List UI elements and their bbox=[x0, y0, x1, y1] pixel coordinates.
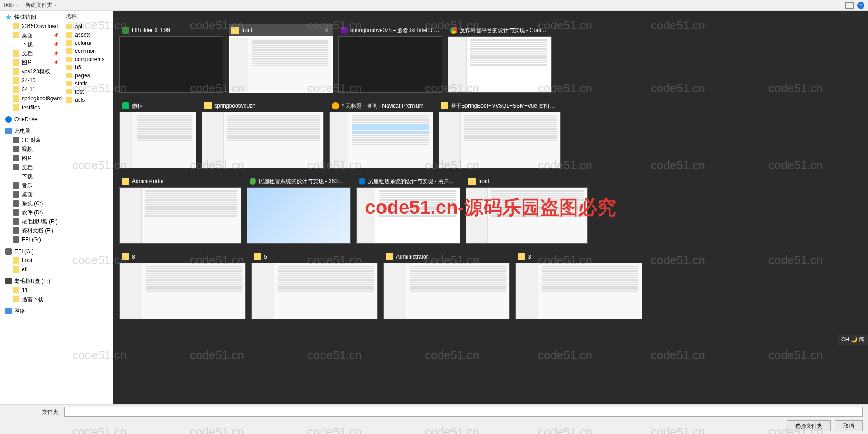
view-mode-icon[interactable] bbox=[845, 2, 854, 9]
usb-label: 老毛桃U盘 (E:) bbox=[14, 278, 50, 285]
window-thumbnail[interactable]: HBuilder X 3.99 bbox=[119, 24, 223, 93]
thumbnail-title-bar: Administrator bbox=[119, 175, 241, 187]
onedrive[interactable]: OneDrive bbox=[0, 115, 63, 124]
pc-item[interactable]: 资料文档 (F:) bbox=[0, 226, 63, 235]
window-thumbnail[interactable]: springbootwe0zh – 必看.txt IntelliJ ID… bbox=[338, 24, 442, 93]
pc-item[interactable]: 3D 对象 bbox=[0, 136, 63, 145]
drive-subitem[interactable]: boot bbox=[0, 256, 63, 265]
app-icon bbox=[204, 102, 212, 109]
close-icon[interactable]: × bbox=[323, 27, 330, 33]
window-thumbnail[interactable]: 微信 bbox=[119, 100, 196, 168]
nav-item-label: 视频 bbox=[22, 146, 33, 153]
pc-item[interactable]: 图片 bbox=[0, 154, 63, 163]
pc-item[interactable]: 文档 bbox=[0, 163, 63, 172]
nav-item-label: 桌面 bbox=[22, 191, 33, 198]
file-dialog-toolbar: 组织 新建文件夹 ? bbox=[0, 0, 868, 11]
folder-list-item[interactable]: static bbox=[63, 80, 113, 88]
thumbnail-title: 8 bbox=[132, 254, 135, 260]
app-icon bbox=[250, 178, 256, 185]
folder-list-item[interactable]: pages bbox=[63, 71, 113, 80]
cancel-button[interactable]: 取消 bbox=[835, 420, 863, 431]
quick-access-item[interactable]: springboot8gwml bbox=[0, 94, 63, 103]
ime-indicator[interactable]: CH 🌙 简 bbox=[838, 335, 868, 345]
quick-access-item[interactable]: 桌面📌 bbox=[0, 31, 63, 40]
nav-item-label: 下载 bbox=[22, 173, 33, 180]
task-view-overlay: HBuilder X 3.99front×springbootwe0zh – 必… bbox=[113, 11, 868, 404]
quick-access-item[interactable]: 图片📌 bbox=[0, 58, 63, 67]
window-thumbnail[interactable]: front× bbox=[229, 24, 333, 93]
pc-item[interactable]: 系统 (C:) bbox=[0, 199, 63, 208]
quick-access[interactable]: 快速访问 bbox=[0, 13, 63, 22]
thumbnail-title-bar: springbootwe0zh bbox=[202, 100, 324, 112]
folder-list-item[interactable]: common bbox=[63, 47, 113, 55]
drive-subitem[interactable]: efi bbox=[0, 265, 63, 274]
window-thumbnail[interactable]: 5 bbox=[251, 251, 378, 319]
thumbnail-title-bar: 8 bbox=[119, 251, 246, 263]
pc-item[interactable]: 音乐 bbox=[0, 181, 63, 190]
help-icon[interactable]: ? bbox=[857, 2, 864, 9]
window-thumbnail[interactable]: front bbox=[466, 175, 588, 244]
thumbnail-title-bar: front× bbox=[229, 24, 333, 36]
window-thumbnail[interactable]: 房屋租赁系统的设计与实现 - 360安全浏… bbox=[247, 175, 351, 244]
column-header-name[interactable]: 名称 bbox=[63, 11, 113, 23]
thumbnail-title: 反诈科普平台的设计与实现 - Google C… bbox=[460, 27, 549, 34]
quick-access-item[interactable]: 24-10 bbox=[0, 76, 63, 85]
quick-access-item[interactable]: 24-11 bbox=[0, 85, 63, 94]
pc-item[interactable]: 视频 bbox=[0, 145, 63, 154]
quick-access-item[interactable]: testfiles bbox=[0, 103, 63, 112]
folder-list-item[interactable]: h5 bbox=[63, 63, 113, 71]
drive-icon bbox=[13, 191, 19, 198]
pc-item[interactable]: ↓下载 bbox=[0, 172, 63, 181]
thumbnail-title: 基于SpringBoot+MySQL+SSM+Vue.js的(附论文) bbox=[451, 102, 558, 110]
folder-list-item[interactable]: colorui bbox=[63, 39, 113, 47]
thumbnail-title: Administrator bbox=[132, 178, 164, 184]
efi-drive[interactable]: EFI (G:) bbox=[0, 247, 63, 256]
folder-list-item[interactable]: utils bbox=[63, 96, 113, 104]
thumbnail-title: springbootwe0zh bbox=[214, 103, 255, 109]
folder-list-item[interactable]: test bbox=[63, 88, 113, 96]
folder-name: common bbox=[75, 48, 96, 54]
window-thumbnail[interactable]: Administrator bbox=[119, 175, 241, 244]
thumbnail-preview bbox=[466, 187, 588, 244]
folder-icon bbox=[66, 40, 72, 46]
folder-list-item[interactable]: assets bbox=[63, 31, 113, 39]
usb-drive[interactable]: 老毛桃U盘 (E:) bbox=[0, 277, 63, 286]
window-thumbnail[interactable]: springbootwe0zh bbox=[202, 100, 324, 168]
select-folder-button[interactable]: 选择文件夹 bbox=[787, 420, 831, 431]
nav-item-label: 图片 bbox=[22, 155, 33, 162]
pc-item[interactable]: EFI (G:) bbox=[0, 235, 63, 244]
thumbnail-title: * 无标题 - 查询 - Navicat Premium bbox=[342, 102, 424, 110]
drive-icon bbox=[13, 155, 19, 161]
window-thumbnail[interactable]: Administrator bbox=[383, 251, 510, 319]
organize-menu[interactable]: 组织 bbox=[4, 1, 18, 9]
network[interactable]: 网络 bbox=[0, 307, 63, 316]
quick-access-item[interactable]: vps123模板 bbox=[0, 67, 63, 76]
quick-access-item[interactable]: 2345Download bbox=[0, 22, 63, 31]
window-thumbnail[interactable]: 8 bbox=[119, 251, 246, 319]
this-pc[interactable]: 此电脑 bbox=[0, 127, 63, 136]
nav-item-label: 24-11 bbox=[22, 86, 36, 93]
drive-subitem[interactable]: 迅雷下载 bbox=[0, 295, 63, 304]
pc-item[interactable]: 软件 (D:) bbox=[0, 208, 63, 217]
app-icon bbox=[332, 102, 339, 109]
window-thumbnail[interactable]: * 无标题 - 查询 - Navicat Premium bbox=[329, 100, 433, 168]
drive-icon bbox=[13, 146, 19, 152]
folder-path-input[interactable] bbox=[64, 407, 863, 417]
new-folder-menu[interactable]: 新建文件夹 bbox=[25, 1, 56, 9]
window-thumbnail[interactable]: 房屋租赁系统的设计与实现 - 用户配置 1… bbox=[356, 175, 460, 244]
pc-item[interactable]: 老毛桃U盘 (E:) bbox=[0, 217, 63, 226]
window-thumbnail[interactable]: 3 bbox=[515, 251, 642, 319]
app-icon bbox=[359, 178, 365, 185]
drive-icon bbox=[13, 227, 19, 234]
folder-list-item[interactable]: components bbox=[63, 55, 113, 63]
quick-access-item[interactable]: ↓下载📌 bbox=[0, 40, 63, 49]
thumbnail-title-bar: 5 bbox=[251, 251, 378, 263]
drive-subitem[interactable]: 11 bbox=[0, 286, 63, 295]
pc-item[interactable]: 桌面 bbox=[0, 190, 63, 199]
window-thumbnail[interactable]: 反诈科普平台的设计与实现 - Google C… bbox=[448, 24, 552, 93]
window-thumbnail[interactable]: 基于SpringBoot+MySQL+SSM+Vue.js的(附论文) bbox=[439, 100, 561, 168]
folder-list-item[interactable]: api bbox=[63, 23, 113, 31]
quick-access-item[interactable]: 文档📌 bbox=[0, 49, 63, 58]
drive-icon: ↓ bbox=[13, 173, 19, 179]
thumbnail-title: 微信 bbox=[132, 102, 143, 110]
